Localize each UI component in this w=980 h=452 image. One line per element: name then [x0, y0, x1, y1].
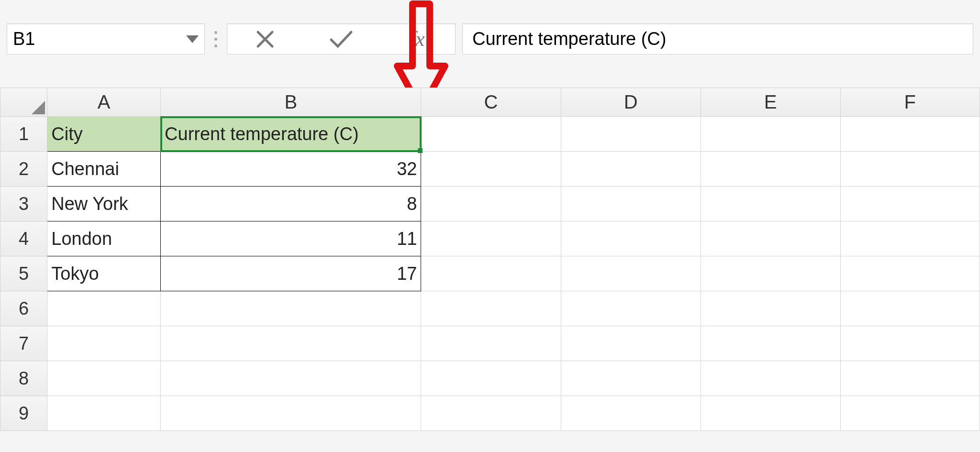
fx-icon[interactable]: fx: [379, 24, 455, 54]
divider-dots-icon: [212, 23, 220, 55]
cell-F3[interactable]: [840, 187, 980, 221]
cell-E7[interactable]: [701, 326, 840, 361]
svg-point-2: [214, 38, 217, 41]
accept-icon[interactable]: [303, 24, 379, 54]
row-header-2[interactable]: 2: [0, 152, 47, 187]
cell-B9[interactable]: [161, 396, 421, 431]
row-header-9[interactable]: 9: [0, 396, 47, 431]
cell-A6[interactable]: [47, 291, 161, 326]
cell-F9[interactable]: [840, 396, 980, 431]
name-box[interactable]: B1: [7, 23, 205, 55]
cell-A8[interactable]: [47, 361, 161, 396]
cell-A2[interactable]: Chennai: [47, 152, 161, 187]
col-header-C[interactable]: C: [421, 88, 561, 117]
cell-E5[interactable]: [701, 256, 840, 291]
col-header-D[interactable]: D: [561, 88, 701, 117]
cell-E8[interactable]: [701, 361, 840, 396]
formula-input-value: Current temperature (C): [472, 29, 666, 49]
cell-E4[interactable]: [701, 221, 840, 256]
grid[interactable]: A B C D E F 1 City Current temperature (…: [0, 88, 980, 431]
cell-D1[interactable]: [561, 117, 701, 152]
cell-B7[interactable]: [161, 326, 421, 361]
cell-A4[interactable]: London: [47, 221, 161, 256]
cell-A5[interactable]: Tokyo: [47, 256, 161, 291]
cell-C1[interactable]: [421, 117, 561, 152]
cell-A9[interactable]: [47, 396, 161, 431]
col-header-E[interactable]: E: [701, 88, 840, 117]
cell-D5[interactable]: [561, 256, 701, 291]
formula-input[interactable]: Current temperature (C): [462, 23, 973, 55]
cell-D7[interactable]: [561, 326, 701, 361]
col-header-F[interactable]: F: [840, 88, 980, 117]
cell-E1[interactable]: [701, 117, 840, 152]
row-header-4[interactable]: 4: [0, 221, 47, 256]
cell-E3[interactable]: [701, 187, 840, 221]
formula-bar: B1 fx Current temperature (C): [7, 23, 973, 55]
select-all-corner[interactable]: [0, 88, 47, 117]
col-header-B[interactable]: B: [161, 88, 421, 117]
row-header-3[interactable]: 3: [0, 187, 47, 221]
cell-E9[interactable]: [701, 396, 840, 431]
cell-B4[interactable]: 11: [161, 221, 421, 256]
svg-marker-0: [186, 35, 199, 43]
cell-F7[interactable]: [840, 326, 980, 361]
cell-A7[interactable]: [47, 326, 161, 361]
cell-E2[interactable]: [701, 152, 840, 187]
cell-B5[interactable]: 17: [161, 256, 421, 291]
cell-F1[interactable]: [840, 117, 980, 152]
name-box-value: B1: [13, 29, 186, 49]
svg-point-3: [214, 44, 217, 47]
cell-B3[interactable]: 8: [161, 187, 421, 221]
chevron-down-icon[interactable]: [186, 35, 199, 43]
svg-point-1: [214, 31, 217, 34]
cell-C9[interactable]: [421, 396, 561, 431]
cell-F5[interactable]: [840, 256, 980, 291]
cell-D8[interactable]: [561, 361, 701, 396]
cell-B2[interactable]: 32: [161, 152, 421, 187]
row-header-8[interactable]: 8: [0, 361, 47, 396]
cell-A1[interactable]: City: [47, 117, 161, 152]
cancel-icon[interactable]: [228, 24, 303, 54]
cell-F8[interactable]: [840, 361, 980, 396]
row-header-1[interactable]: 1: [0, 117, 47, 152]
cell-F6[interactable]: [840, 291, 980, 326]
cell-C3[interactable]: [421, 187, 561, 221]
formula-bar-actions: fx: [227, 23, 456, 55]
cell-C7[interactable]: [421, 326, 561, 361]
cell-D4[interactable]: [561, 221, 701, 256]
cell-E6[interactable]: [701, 291, 840, 326]
cell-C6[interactable]: [421, 291, 561, 326]
cell-D2[interactable]: [561, 152, 701, 187]
cell-D3[interactable]: [561, 187, 701, 221]
cell-F2[interactable]: [840, 152, 980, 187]
row-header-7[interactable]: 7: [0, 326, 47, 361]
cell-C2[interactable]: [421, 152, 561, 187]
cell-C4[interactable]: [421, 221, 561, 256]
spreadsheet: A B C D E F 1 City Current temperature (…: [0, 88, 980, 452]
cell-B6[interactable]: [161, 291, 421, 326]
cell-F4[interactable]: [840, 221, 980, 256]
cell-A3[interactable]: New York: [47, 187, 161, 221]
cell-C5[interactable]: [421, 256, 561, 291]
row-header-5[interactable]: 5: [0, 256, 47, 291]
cell-B1[interactable]: Current temperature (C): [161, 117, 421, 152]
cell-C8[interactable]: [421, 361, 561, 396]
row-header-6[interactable]: 6: [0, 291, 47, 326]
cell-B8[interactable]: [161, 361, 421, 396]
cell-D6[interactable]: [561, 291, 701, 326]
col-header-A[interactable]: A: [47, 88, 161, 117]
cell-D9[interactable]: [561, 396, 701, 431]
